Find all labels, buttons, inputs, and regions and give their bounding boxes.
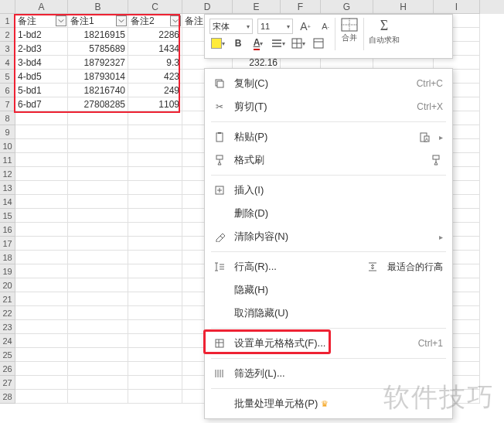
- font-name-select[interactable]: 宋体▾: [209, 19, 253, 34]
- menu-item-delete[interactable]: 删除(D): [205, 202, 452, 225]
- cell[interactable]: 18216740: [68, 84, 128, 97]
- row-header[interactable]: 12: [0, 167, 15, 181]
- cell[interactable]: [68, 376, 128, 390]
- cell[interactable]: 423: [128, 70, 182, 84]
- bold-button[interactable]: B: [230, 36, 247, 51]
- row-header[interactable]: 7: [0, 97, 15, 111]
- border-button[interactable]: ▾: [290, 36, 307, 51]
- menu-item-hide[interactable]: 隐藏(H): [205, 278, 452, 302]
- format-painter-alt-icon[interactable]: [429, 153, 443, 167]
- cell[interactable]: [128, 362, 182, 376]
- cell[interactable]: [68, 362, 128, 376]
- row-header[interactable]: 2: [0, 28, 15, 42]
- cell[interactable]: [15, 125, 68, 139]
- cell[interactable]: [68, 237, 128, 251]
- cell[interactable]: [15, 292, 68, 306]
- cell[interactable]: 9.3: [128, 56, 182, 70]
- row-header[interactable]: 26: [0, 362, 15, 376]
- cell[interactable]: [128, 251, 182, 264]
- font-color-button[interactable]: A▾: [250, 36, 267, 51]
- cell[interactable]: [128, 139, 182, 153]
- cell[interactable]: [15, 251, 68, 264]
- row-header[interactable]: 15: [0, 209, 15, 223]
- cell[interactable]: [128, 320, 182, 334]
- cell[interactable]: [15, 237, 68, 251]
- row-header[interactable]: 27: [0, 376, 15, 390]
- cell[interactable]: [68, 181, 128, 195]
- cell[interactable]: [68, 292, 128, 306]
- menu-item-copy[interactable]: 复制(C) Ctrl+C: [205, 72, 452, 95]
- cell[interactable]: 18216915: [68, 28, 128, 42]
- cell[interactable]: 18792327: [68, 56, 128, 70]
- col-header-E[interactable]: E: [233, 0, 281, 14]
- cell[interactable]: [15, 209, 68, 223]
- cell[interactable]: [68, 306, 128, 320]
- cell[interactable]: [128, 264, 182, 278]
- paste-special-icon[interactable]: A: [417, 130, 431, 144]
- row-header[interactable]: 23: [0, 320, 15, 334]
- cell[interactable]: [128, 209, 182, 223]
- row-header[interactable]: 21: [0, 292, 15, 306]
- cell[interactable]: [68, 153, 128, 167]
- menu-label-extra[interactable]: 最适合的行高: [387, 261, 443, 274]
- cell[interactable]: [68, 264, 128, 278]
- cell[interactable]: [128, 167, 182, 181]
- row-header[interactable]: 13: [0, 181, 15, 195]
- cell[interactable]: 1-bd2: [15, 28, 68, 42]
- cell[interactable]: [15, 181, 68, 195]
- row-header[interactable]: 11: [0, 153, 15, 167]
- row-header[interactable]: 10: [0, 139, 15, 153]
- menu-item-row-height[interactable]: 行高(R)... 最适合的行高: [205, 255, 452, 278]
- cell[interactable]: [128, 278, 182, 292]
- cell[interactable]: [15, 278, 68, 292]
- row-header[interactable]: 28: [0, 390, 15, 404]
- menu-item-format-cells[interactable]: 设置单元格格式(F)... Ctrl+1: [205, 332, 452, 355]
- filter-button[interactable]: [56, 15, 66, 26]
- filter-button[interactable]: [116, 15, 127, 26]
- cell[interactable]: [15, 334, 68, 348]
- menu-item-cut[interactable]: ✂ 剪切(T) Ctrl+X: [205, 95, 452, 118]
- cell[interactable]: [128, 111, 182, 125]
- cell[interactable]: [15, 167, 68, 181]
- col-header-B[interactable]: B: [68, 0, 128, 14]
- cell[interactable]: [68, 390, 128, 404]
- col-header-C[interactable]: C: [128, 0, 182, 14]
- col-header-H[interactable]: H: [373, 0, 434, 14]
- cell[interactable]: [15, 264, 68, 278]
- menu-item-insert[interactable]: 插入(I): [205, 179, 452, 202]
- row-header[interactable]: 3: [0, 42, 15, 56]
- cell[interactable]: 249: [128, 84, 182, 97]
- cell[interactable]: [68, 139, 128, 153]
- row-header[interactable]: 1: [0, 14, 15, 28]
- cell[interactable]: [15, 111, 68, 125]
- cell[interactable]: [15, 306, 68, 320]
- fill-color-button[interactable]: ▾: [209, 36, 226, 51]
- row-header[interactable]: 4: [0, 56, 15, 70]
- col-header-I[interactable]: I: [434, 0, 480, 14]
- cell[interactable]: [15, 223, 68, 237]
- col-header-F[interactable]: F: [281, 0, 321, 14]
- menu-item-clear[interactable]: 清除内容(N) ▸: [205, 225, 452, 248]
- increase-font-icon[interactable]: A+: [298, 19, 313, 34]
- row-header[interactable]: 20: [0, 278, 15, 292]
- cell[interactable]: [68, 320, 128, 334]
- cell-header[interactable]: 备注: [15, 14, 68, 28]
- cell[interactable]: 3-bd4: [15, 56, 68, 70]
- row-header[interactable]: 5: [0, 70, 15, 84]
- format-as-table-button[interactable]: [310, 36, 327, 51]
- cell-header[interactable]: 备注1: [68, 14, 128, 28]
- cell[interactable]: 2286: [128, 28, 182, 42]
- cell[interactable]: 5785689: [68, 42, 128, 56]
- cell[interactable]: [128, 390, 182, 404]
- cell[interactable]: [15, 376, 68, 390]
- cell[interactable]: [68, 209, 128, 223]
- cell[interactable]: 4-bd5: [15, 70, 68, 84]
- cell[interactable]: [68, 111, 128, 125]
- cell[interactable]: [68, 195, 128, 209]
- cell[interactable]: [128, 153, 182, 167]
- cell[interactable]: [128, 348, 182, 362]
- row-header[interactable]: 14: [0, 195, 15, 209]
- cell[interactable]: [68, 223, 128, 237]
- select-all-corner[interactable]: [0, 0, 15, 14]
- cell[interactable]: [128, 376, 182, 390]
